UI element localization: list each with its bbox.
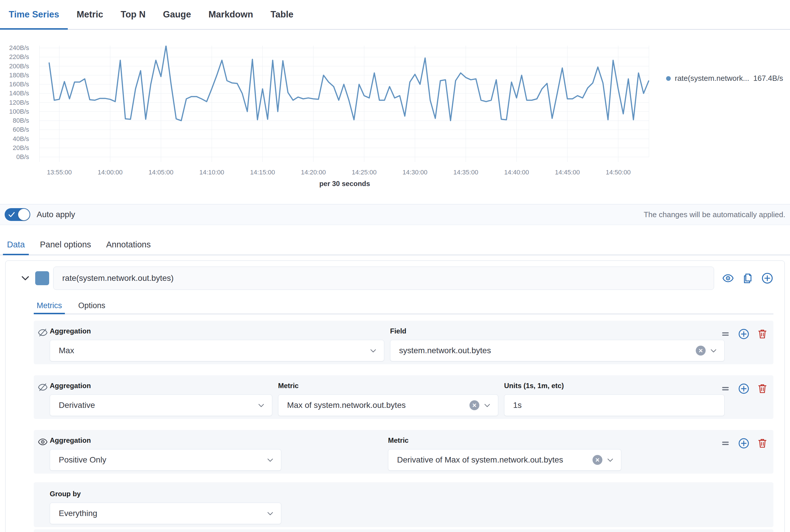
tab-table[interactable]: Table [262,0,302,29]
series-color-swatch[interactable] [35,271,49,285]
y-axis: 0B/s20B/s40B/s60B/s80B/s100B/s120B/s140B… [0,30,34,193]
trash-icon [757,329,768,339]
add-series-button[interactable] [761,272,773,284]
time-series-chart: 0B/s20B/s40B/s60B/s80B/s100B/s120B/s140B… [0,30,790,193]
metric-rows: Aggregation Max Field system.network.out… [34,321,773,532]
metric-combobox[interactable]: Derivative of Max of system.network.out.… [388,449,621,471]
x-tick-label: 14:45:00 [544,169,591,176]
group-by-panel: Group by Everything [34,482,773,527]
aggregation-label: Aggregation [50,382,272,390]
copy-icon [742,273,753,284]
chart-legend[interactable]: rate(system.network... 167.4B/s [666,74,783,83]
series-editor-panel: Metrics Options Aggregation Max Field sy… [5,261,785,532]
plus-circle-icon [738,438,750,449]
x-tick-label: 14:30:00 [392,169,438,176]
x-tick-label: 14:10:00 [188,169,235,176]
y-tick-label: 20B/s [13,144,29,152]
metric-row-max: Aggregation Max Field system.network.out… [34,321,773,364]
drag-handle-icon[interactable] [720,329,730,339]
check-icon [8,211,15,218]
next-section-panel [34,529,773,532]
group-by-label: Group by [50,490,281,498]
chevron-down-icon [257,401,265,409]
toggle-knob [18,209,30,220]
x-tick-label: 14:35:00 [442,169,489,176]
metric-combobox[interactable]: Max of system.network.out.bytes ✕ [278,395,498,416]
x-tick-label: 14:05:00 [137,169,184,176]
units-input[interactable] [504,395,724,416]
aggregation-select[interactable]: Derivative [50,395,272,416]
tab-data[interactable]: Data [3,234,29,255]
drag-handle-icon[interactable] [720,438,730,448]
row-actions [720,438,768,449]
x-tick-label: 14:15:00 [239,169,286,176]
group-by-select[interactable]: Everything [50,502,281,524]
x-axis-title: per 30 seconds [287,180,403,188]
add-metric-button[interactable] [738,328,750,340]
x-tick-label: 14:40:00 [493,169,540,176]
series-label-input[interactable] [53,267,714,290]
tsvb-editor: { "top_tabs": [ {"label": "Time Series",… [0,0,790,532]
y-tick-label: 80B/s [13,117,29,125]
chevron-down-icon [710,347,717,354]
series-header [5,267,785,290]
tab-metric[interactable]: Metric [68,0,112,29]
group-by-group: Group by Everything [50,490,281,524]
chevron-down-icon [369,347,377,354]
add-metric-button[interactable] [738,438,750,449]
tab-gauge[interactable]: Gauge [154,0,200,29]
delete-metric-button[interactable] [757,383,768,394]
eye-icon [38,437,48,447]
plus-circle-icon [761,272,773,284]
delete-metric-button[interactable] [757,438,768,449]
tab-markdown[interactable]: Markdown [200,0,262,29]
aggregation-select[interactable]: Positive Only [50,449,281,471]
y-tick-label: 140B/s [9,90,30,97]
eye-slash-icon [38,382,48,392]
tab-panel-options[interactable]: Panel options [36,234,95,255]
add-metric-button[interactable] [738,383,750,395]
tab-annotations[interactable]: Annotations [102,234,155,255]
y-tick-label: 60B/s [13,126,29,133]
auto-apply-message: The changes will be automatically applie… [644,210,785,219]
chevron-down-icon[interactable] [19,272,31,284]
aggregation-group: Aggregation Derivative [50,382,272,416]
clear-selection-icon[interactable]: ✕ [592,455,602,465]
chevron-down-icon [483,401,491,409]
auto-apply-toggle[interactable] [5,208,30,221]
trash-icon [757,383,768,394]
metric-label: Metric [278,382,498,390]
eye-icon [722,272,734,284]
x-tick-label: 14:00:00 [87,169,133,176]
aggregation-select[interactable]: Max [50,340,384,361]
legend-series-value: 167.4B/s [753,74,783,83]
delete-metric-button[interactable] [757,329,768,339]
clear-selection-icon[interactable]: ✕ [696,346,706,356]
field-combobox[interactable]: system.network.out.bytes ✕ [390,340,724,361]
aggregation-group: Aggregation Max [50,327,384,361]
tab-options[interactable]: Options [75,298,108,314]
x-axis: 13:55:0014:00:0014:05:0014:10:0014:15:00… [39,30,650,193]
toggle-series-visibility-button[interactable] [722,272,734,284]
y-tick-label: 200B/s [9,62,30,70]
clear-selection-icon[interactable]: ✕ [470,400,479,410]
drag-handle-icon[interactable] [720,384,730,394]
legend-series-dot-icon [666,76,671,81]
y-tick-label: 220B/s [9,53,30,61]
y-tick-label: 0B/s [16,153,29,161]
chevron-down-icon [267,456,274,464]
trash-icon [757,438,768,449]
chevron-down-icon [606,456,614,464]
tab-time-series[interactable]: Time Series [0,0,68,29]
x-tick-label: 14:25:00 [341,169,387,176]
tab-metrics[interactable]: Metrics [34,298,65,314]
metric-group: Metric Max of system.network.out.bytes ✕ [278,382,498,416]
units-label: Units (1s, 1m, etc) [504,382,724,390]
tab-top-n[interactable]: Top N [112,0,154,29]
metric-row-positive-only: Aggregation Positive Only Metric Derivat… [34,430,773,474]
auto-apply-bar: Auto apply The changes will be automatic… [0,204,790,225]
x-tick-label: 14:20:00 [290,169,336,176]
aggregation-label: Aggregation [50,327,384,335]
series-actions [722,272,773,284]
clone-series-button[interactable] [742,273,753,284]
